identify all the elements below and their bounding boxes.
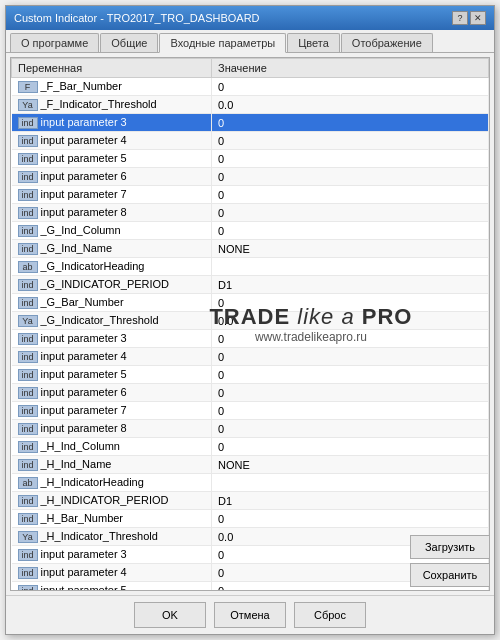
table-row[interactable]: ind_G_Ind_NameNONE [12,240,489,258]
table-row[interactable]: indinput parameter 60 [12,168,489,186]
table-row[interactable]: ind_H_Bar_Number0 [12,510,489,528]
value-cell: 0 [212,186,489,204]
variable-name: input parameter 4 [41,134,127,146]
tab-about[interactable]: О программе [10,33,99,52]
tab-display[interactable]: Отображение [341,33,433,52]
table-row[interactable]: ind_H_Ind_NameNONE [12,456,489,474]
type-badge: ind [18,549,38,561]
table-row[interactable]: indinput parameter 50 [12,366,489,384]
type-badge: ind [18,225,38,237]
table-row[interactable]: Ya_G_Indicator_Threshold0.0 [12,312,489,330]
value-cell: 0 [212,420,489,438]
variable-cell: ind_H_Ind_Column [12,438,212,456]
type-badge: ind [18,387,38,399]
variable-cell: indinput parameter 3 [12,330,212,348]
title-bar: Custom Indicator - TRO2017_TRO_DASHBOARD… [6,6,494,30]
value-cell: 0 [212,114,489,132]
type-badge: ind [18,171,38,183]
reset-button[interactable]: Сброс [294,602,366,628]
value-cell: NONE [212,240,489,258]
table-row[interactable]: indinput parameter 60 [12,384,489,402]
type-badge: ind [18,333,38,345]
value-cell: 0 [212,510,489,528]
table-row[interactable]: indinput parameter 80 [12,420,489,438]
load-button[interactable]: Загрузить [410,535,490,559]
value-cell: 0 [212,204,489,222]
table-row[interactable]: ind_H_INDICATOR_PERIODD1 [12,492,489,510]
table-row[interactable]: indinput parameter 70 [12,402,489,420]
help-button[interactable]: ? [452,11,468,25]
table-row[interactable]: ab_H_IndicatorHeading [12,474,489,492]
table-row[interactable]: ind_G_Ind_Column0 [12,222,489,240]
variable-name: _H_INDICATOR_PERIOD [41,494,169,506]
variable-name: input parameter 3 [41,332,127,344]
close-button[interactable]: ✕ [470,11,486,25]
variable-cell: ind_G_Bar_Number [12,294,212,312]
variable-cell: indinput parameter 5 [12,582,212,591]
value-cell: D1 [212,492,489,510]
type-badge: ind [18,189,38,201]
variable-name: _H_Ind_Name [41,458,112,470]
table-row[interactable]: indinput parameter 70 [12,186,489,204]
variable-name: _G_Ind_Name [41,242,113,254]
tab-colors[interactable]: Цвета [287,33,340,52]
variable-cell: indinput parameter 8 [12,420,212,438]
col-header-value: Значение [212,59,489,78]
table-row[interactable]: indinput parameter 30 [12,114,489,132]
type-badge: ind [18,243,38,255]
table-scroll[interactable]: Переменная Значение F_F_Bar_Number0Ya_F_… [11,58,489,590]
table-row[interactable]: ind_G_Bar_Number0 [12,294,489,312]
value-cell: 0.0 [212,96,489,114]
variable-name: input parameter 3 [41,116,127,128]
variable-name: _F_Bar_Number [41,80,122,92]
table-row[interactable]: indinput parameter 80 [12,204,489,222]
type-badge: ind [18,135,38,147]
type-badge: ind [18,495,38,507]
params-table-container: Переменная Значение F_F_Bar_Number0Ya_F_… [10,57,490,591]
variable-cell: ind_H_Bar_Number [12,510,212,528]
variable-cell: Ya_G_Indicator_Threshold [12,312,212,330]
variable-name: input parameter 4 [41,566,127,578]
variable-name: _H_Bar_Number [41,512,124,524]
variable-cell: indinput parameter 6 [12,384,212,402]
variable-cell: indinput parameter 7 [12,186,212,204]
value-cell: 0 [212,330,489,348]
window-title: Custom Indicator - TRO2017_TRO_DASHBOARD [14,12,260,24]
ok-button[interactable]: OK [134,602,206,628]
variable-cell: indinput parameter 3 [12,114,212,132]
table-row[interactable]: indinput parameter 30 [12,330,489,348]
table-row[interactable]: ind_H_Ind_Column0 [12,438,489,456]
variable-cell: F_F_Bar_Number [12,78,212,96]
table-row[interactable]: ab_G_IndicatorHeading [12,258,489,276]
type-badge: ind [18,513,38,525]
params-table: Переменная Значение F_F_Bar_Number0Ya_F_… [11,58,489,590]
footer: OK Отмена Сброс [6,595,494,634]
save-button[interactable]: Сохранить [410,563,490,587]
table-row[interactable]: ind_G_INDICATOR_PERIODD1 [12,276,489,294]
type-badge: F [18,81,38,93]
type-badge: ind [18,117,38,129]
variable-cell: indinput parameter 4 [12,132,212,150]
table-row[interactable]: Ya_F_Indicator_Threshold0.0 [12,96,489,114]
type-badge: ind [18,279,38,291]
tab-input-params[interactable]: Входные параметры [159,33,286,53]
table-row[interactable]: F_F_Bar_Number0 [12,78,489,96]
type-badge: Ya [18,99,38,111]
tab-general[interactable]: Общие [100,33,158,52]
table-row[interactable]: indinput parameter 50 [12,150,489,168]
variable-name: _G_IndicatorHeading [41,260,145,272]
variable-cell: ind_H_INDICATOR_PERIOD [12,492,212,510]
variable-cell: indinput parameter 5 [12,366,212,384]
variable-cell: ind_G_Ind_Column [12,222,212,240]
type-badge: ind [18,153,38,165]
variable-name: input parameter 4 [41,350,127,362]
cancel-button[interactable]: Отмена [214,602,286,628]
table-row[interactable]: indinput parameter 40 [12,132,489,150]
variable-cell: ind_G_INDICATOR_PERIOD [12,276,212,294]
main-window: Custom Indicator - TRO2017_TRO_DASHBOARD… [5,5,495,635]
variable-name: _H_Ind_Column [41,440,121,452]
variable-name: input parameter 6 [41,170,127,182]
table-row[interactable]: indinput parameter 40 [12,348,489,366]
value-cell [212,474,489,492]
value-cell: 0 [212,294,489,312]
